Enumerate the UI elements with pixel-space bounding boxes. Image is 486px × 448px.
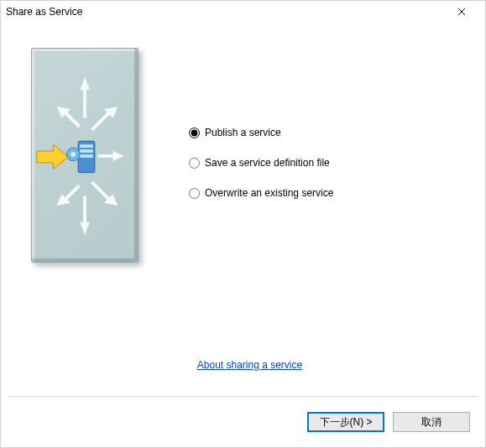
share-illustration	[31, 48, 138, 263]
svg-marker-5	[91, 107, 118, 132]
radio-overwrite-existing[interactable]	[189, 188, 200, 199]
radio-publish-service[interactable]	[189, 128, 200, 138]
close-button[interactable]	[445, 3, 478, 20]
options-group: Publish a service Save a service definit…	[189, 48, 333, 263]
dialog-title: Share as Service	[6, 6, 445, 18]
radio-save-definition-file[interactable]	[189, 158, 200, 169]
svg-rect-11	[80, 144, 93, 148]
svg-marker-9	[37, 144, 68, 169]
main-row: Publish a service Save a service definit…	[31, 48, 468, 263]
svg-marker-3	[80, 195, 90, 235]
close-icon	[457, 8, 466, 16]
cancel-button[interactable]: 取消	[393, 412, 470, 432]
share-as-service-dialog: Share as Service	[0, 0, 486, 448]
titlebar: Share as Service	[1, 1, 485, 23]
dialog-content: Publish a service Save a service definit…	[1, 23, 485, 396]
svg-rect-13	[80, 154, 93, 158]
option-save-definition-file[interactable]: Save a service definition file	[189, 157, 333, 169]
option-label: Overwrite an existing service	[205, 187, 333, 199]
dialog-footer: 下一步(N) > 取消	[1, 397, 485, 447]
next-button[interactable]: 下一步(N) >	[307, 412, 384, 432]
svg-marker-4	[98, 151, 125, 161]
option-publish-service[interactable]: Publish a service	[189, 127, 333, 138]
arrows-server-icon	[32, 49, 138, 260]
svg-marker-6	[91, 181, 118, 206]
svg-rect-12	[80, 149, 93, 153]
svg-marker-7	[57, 107, 81, 128]
help-link-row: About sharing a service	[31, 359, 468, 396]
option-label: Publish a service	[205, 127, 281, 138]
about-sharing-link[interactable]: About sharing a service	[197, 359, 302, 371]
svg-marker-8	[57, 184, 81, 206]
option-overwrite-existing[interactable]: Overwrite an existing service	[189, 187, 333, 199]
svg-point-15	[71, 152, 76, 157]
option-label: Save a service definition file	[205, 157, 330, 169]
svg-marker-2	[80, 76, 90, 117]
